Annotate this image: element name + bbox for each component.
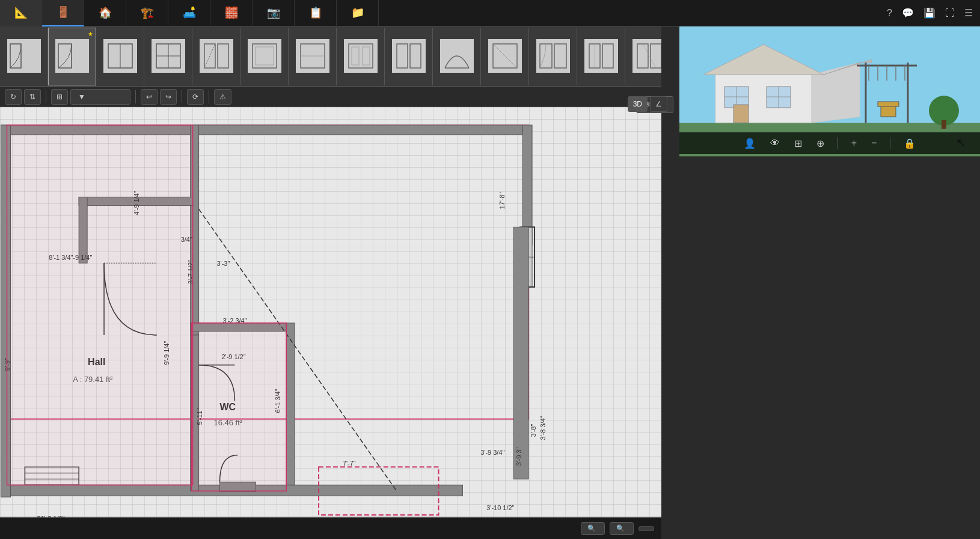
thumbnail-11[interactable] — [481, 28, 529, 85]
dim-3ft8: 3'-8" — [530, 424, 537, 437]
dim-17ft8: 17'-8" — [498, 192, 506, 209]
thumbnail-9[interactable] — [385, 28, 433, 85]
right-panel-toolbar: 👤 👁 ⊞ ⊕ + − 🔒 — [679, 132, 980, 154]
thumbnail-3[interactable] — [96, 28, 144, 85]
view-toolbar: 3D ∠ — [628, 96, 667, 112]
thumb-img-1 — [7, 39, 41, 73]
thumbnail-1[interactable] — [0, 28, 48, 85]
refresh-button[interactable]: ↻ — [5, 89, 22, 105]
rp-separator — [838, 137, 838, 149]
toolbar-layout[interactable]: 📐 — [0, 0, 42, 26]
thumbnail-8[interactable] — [337, 28, 385, 85]
svg-rect-23 — [554, 44, 566, 68]
thumb-img-3 — [103, 39, 137, 73]
svg-rect-52 — [513, 227, 528, 479]
svg-line-29 — [643, 44, 656, 68]
roof-icon: 🏠 — [99, 6, 112, 19]
zoom-in-icon: 🔍 — [616, 525, 625, 532]
svg-rect-10 — [253, 44, 277, 68]
furnishings-icon: 🛋️ — [183, 6, 196, 19]
svg-rect-1 — [58, 44, 72, 68]
svg-rect-27 — [637, 44, 648, 68]
thumb-img-13 — [584, 39, 618, 73]
toolbar-wall-openings[interactable]: 🚪 — [42, 0, 84, 26]
zoom-out-icon: 🔍 — [587, 525, 596, 532]
svg-rect-38 — [286, 323, 295, 485]
thumb-img-4 — [152, 39, 185, 73]
lock-3d-button[interactable]: 🔒 — [900, 135, 919, 152]
toolbar-roof[interactable]: 🏠 — [84, 0, 126, 26]
rotate-button[interactable]: ⟳ — [187, 89, 204, 105]
zoom-in-button[interactable]: 🔍 — [610, 522, 634, 535]
svg-rect-85 — [942, 120, 946, 129]
warning-button[interactable]: ⚠ — [214, 89, 231, 105]
navigate-button[interactable] — [639, 526, 654, 531]
grid-button[interactable]: ⊞ — [51, 89, 68, 105]
layout-icon: 📐 — [14, 6, 28, 19]
toolbar-exterior[interactable]: 🏗️ — [126, 0, 168, 26]
thumb-img-7 — [296, 39, 329, 73]
thumbnail-5[interactable] — [192, 28, 240, 85]
dropdown-arrow-icon: ▼ — [78, 93, 85, 101]
thumb-img-9 — [392, 39, 426, 73]
thumb-img-14 — [632, 39, 662, 73]
thumbnail-13[interactable] — [577, 28, 625, 85]
thumbnail-14[interactable] — [625, 28, 661, 85]
zoom-out-button[interactable]: 🔍 — [581, 522, 605, 535]
redo-button[interactable]: ↪ — [160, 89, 177, 105]
up-down-button[interactable]: ⇅ — [24, 89, 41, 105]
svg-rect-72 — [733, 105, 749, 123]
svg-line-9 — [204, 44, 215, 68]
target-button[interactable]: ⊕ — [813, 135, 828, 152]
thumbnail-10[interactable] — [433, 28, 481, 85]
fullscreen-button[interactable]: ⛶ — [943, 5, 957, 21]
toolbar-materials[interactable]: 🧱 — [210, 0, 253, 26]
thumbnail-2[interactable]: ★ — [48, 28, 96, 85]
toolbar-hd-visual[interactable]: 📷 — [253, 0, 295, 26]
separator-2 — [135, 90, 136, 103]
main-canvas: 4'-9 1/4" 3/4" 8'-1 3/4"-9 1/4" 3'-3" 3'… — [0, 107, 661, 539]
help-button[interactable]: ? — [884, 5, 895, 21]
thumbnail-4[interactable] — [144, 28, 192, 85]
svg-line-21 — [493, 44, 517, 68]
folder-icon: 📁 — [351, 6, 364, 19]
toolbar-furnishings[interactable]: 🛋️ — [168, 0, 210, 26]
svg-rect-25 — [602, 44, 613, 68]
svg-rect-11 — [256, 47, 274, 65]
top-toolbar: 📐 🚪 🏠 🏗️ 🛋️ 🧱 📷 📋 📁 — [0, 0, 679, 26]
svg-rect-83 — [878, 102, 899, 106]
thumbnail-6[interactable] — [240, 28, 289, 85]
grid-view-button[interactable]: ⊞ — [791, 135, 806, 152]
materials-icon: 🧱 — [225, 6, 238, 19]
thumbnail-7[interactable] — [289, 28, 337, 85]
toolbar-plans-details[interactable]: 📋 — [295, 0, 337, 26]
svg-rect-17 — [397, 44, 408, 68]
undo-button[interactable]: ↩ — [141, 89, 158, 105]
person-view-button[interactable]: 👤 — [740, 135, 759, 152]
thumb-img-12 — [536, 39, 570, 73]
thumb-img-11 — [488, 39, 522, 73]
svg-rect-28 — [651, 44, 661, 68]
separator-4 — [209, 90, 209, 103]
view-3d-button[interactable]: 3D — [628, 96, 648, 112]
eye-view-button[interactable]: 👁 — [767, 135, 783, 151]
thumb-img-6 — [248, 39, 281, 73]
separator-3 — [182, 90, 182, 103]
corner-icons-bar: ? 💬 💾 ⛶ ☰ — [679, 0, 980, 26]
zoom-out-3d-button[interactable]: − — [868, 135, 880, 151]
bottom-status-bar: 🔍 🔍 — [0, 517, 661, 539]
thumb-img-5 — [200, 39, 233, 73]
thumb-img-8 — [344, 39, 378, 73]
menu-button[interactable]: ☰ — [962, 5, 975, 21]
view-angle-button[interactable]: ∠ — [650, 96, 667, 112]
zoom-in-3d-button[interactable]: + — [848, 135, 860, 151]
dim-3ft9c: 3'-9 3" — [515, 447, 522, 466]
toolbar-folder[interactable]: 📁 — [337, 0, 379, 26]
thumbnail-12[interactable] — [529, 28, 577, 85]
floor-selector[interactable]: ▼ — [70, 89, 130, 105]
save-button[interactable]: 💾 — [921, 5, 938, 21]
rp-separator-2 — [890, 137, 890, 149]
right-panel-bottom-area — [679, 156, 980, 539]
hd-visual-icon: 📷 — [267, 6, 280, 19]
chat-button[interactable]: 💬 — [899, 5, 916, 21]
